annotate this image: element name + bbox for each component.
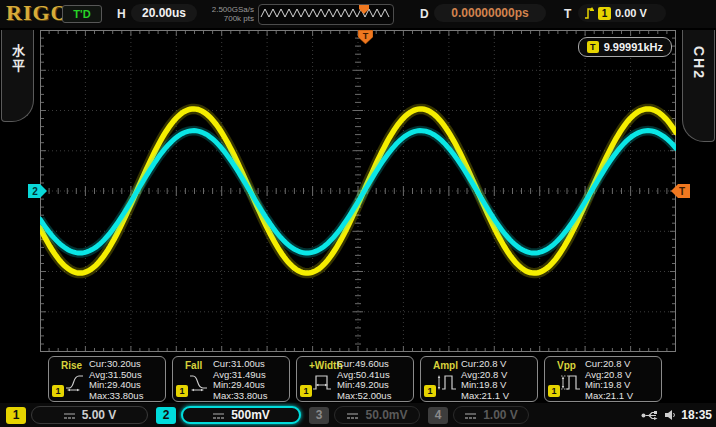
clock: 18:35	[681, 408, 712, 422]
oscilloscope-screen: RIGOL T'D H 20.00us 2.500GSa/s 700k pts …	[0, 0, 716, 427]
measurement-channel-badge: 1	[548, 385, 560, 397]
channel-groups: 1 5.00 V 2 500mV 3 50.0mV 4 1.00 V	[6, 406, 537, 424]
measurement-box-rise[interactable]: Rise 1 Cur:30.20us Avg:31.50us Min:29.40…	[48, 356, 166, 402]
measurement-values: Cur:20.8 V Avg:20.8 V Min:19.8 V Max:21.…	[585, 359, 657, 401]
waveform-traces	[40, 30, 676, 352]
channel-3-group[interactable]: 3 50.0mV	[309, 406, 420, 424]
measurement-row: Rise 1 Cur:30.20us Avg:31.50us Min:29.40…	[48, 356, 662, 402]
channel-4-scale: 1.00 V	[483, 408, 518, 422]
measurement-label: Vpp	[557, 360, 576, 371]
amplitude-icon	[436, 372, 457, 392]
right-sidebar: CH2	[676, 28, 716, 403]
measurement-label: Fall	[185, 360, 202, 371]
measurement-min: Min:19.8 V	[585, 380, 657, 391]
measurement-label: Rise	[61, 360, 82, 371]
measurement-max: Max:52.00us	[337, 391, 409, 402]
measurement-cur: Cur:30.20us	[89, 359, 161, 370]
measurement-max: Max:33.80us	[213, 391, 285, 402]
memory-depth: 700k pts	[197, 14, 254, 23]
top-status-bar: RIGOL T'D H 20.00us 2.500GSa/s 700k pts …	[0, 0, 716, 28]
channel-1-badge[interactable]: 1	[6, 407, 26, 424]
measurement-box-fall[interactable]: Fall 1 Cur:31.00us Avg:31.49us Min:29.40…	[172, 356, 290, 402]
bottom-channel-bar: 1 5.00 V 2 500mV 3 50.0mV 4 1.00 V 18:35	[0, 403, 716, 427]
memory-waveform-preview	[259, 5, 391, 22]
channel-2-group[interactable]: 2 500mV	[156, 406, 301, 424]
measurement-cur: Cur:20.8 V	[585, 359, 657, 370]
svg-text:2: 2	[32, 186, 38, 197]
trigger-settings-readout[interactable]: 1 0.00 V	[578, 4, 666, 22]
trigger-position-mini-flag[interactable]	[359, 5, 369, 14]
measurement-min: Min:29.40us	[213, 380, 285, 391]
delay-readout[interactable]: 0.00000000ps	[434, 4, 546, 22]
frequency-counter-value: 9.99991kHz	[604, 41, 663, 53]
measurement-values: Cur:20.8 V Avg:20.8 V Min:19.8 V Max:21.…	[461, 359, 533, 401]
measurement-min: Min:29.40us	[89, 380, 161, 391]
rise-time-icon	[64, 372, 85, 392]
channel-menu-tab[interactable]: CH2	[682, 30, 715, 142]
trigger-label: T	[564, 7, 571, 21]
channel-2-scale-box[interactable]: 500mV	[181, 406, 301, 424]
channel-4-badge[interactable]: 4	[428, 407, 448, 424]
trigger-status-badge: T'D	[62, 5, 102, 23]
left-sidebar: 水平	[0, 28, 40, 403]
measurement-box-pwidth[interactable]: +Width 1 Cur:49.60us Avg:50.41us Min:49.…	[296, 356, 414, 402]
sample-rate: 2.500GSa/s	[197, 5, 254, 14]
measurement-cur: Cur:20.8 V	[461, 359, 533, 370]
trigger-source-badge: 1	[598, 7, 611, 20]
horizontal-menu-tab-label: 水平	[8, 44, 27, 121]
svg-text:T: T	[679, 186, 685, 197]
measurement-channel-badge: 1	[424, 385, 436, 397]
counter-trigger-icon: T	[587, 41, 599, 53]
channel-3-badge[interactable]: 3	[309, 407, 329, 424]
usb-icon	[641, 410, 659, 421]
channel-3-scale: 50.0mV	[365, 408, 407, 422]
measurement-channel-badge: 1	[52, 385, 64, 397]
trigger-position-flag-icon[interactable]: T	[358, 30, 373, 44]
measurement-max: Max:21.1 V	[585, 391, 657, 402]
channel-1-group[interactable]: 1 5.00 V	[6, 406, 148, 424]
dc-coupling-icon	[212, 411, 225, 420]
measurement-min: Min:49.20us	[337, 380, 409, 391]
rising-edge-slope-icon	[584, 6, 594, 20]
delay-label: D	[420, 7, 429, 21]
measurement-box-vpp[interactable]: Vpp 1 Cur:20.8 V Avg:20.8 V Min:19.8 V M…	[544, 356, 662, 402]
dc-coupling-icon	[63, 411, 76, 420]
measurement-min: Min:19.8 V	[461, 380, 533, 391]
frequency-counter-badge: T 9.99991kHz	[578, 37, 672, 57]
acquisition-info: 2.500GSa/s 700k pts	[197, 5, 254, 23]
trigger-level-readout: 0.00 V	[615, 7, 647, 19]
channel-4-group[interactable]: 4 1.00 V	[428, 406, 529, 424]
measurement-label: Ampl	[433, 360, 458, 371]
waveform-display-area: T 2 T T 9.99991kHz	[40, 30, 676, 352]
horizontal-label: H	[117, 7, 126, 21]
measurement-max: Max:21.1 V	[461, 391, 533, 402]
fall-time-icon	[188, 372, 209, 392]
horizontal-menu-tab[interactable]: 水平	[1, 30, 34, 122]
ch2-ground-marker-icon[interactable]: 2	[27, 183, 48, 199]
channel-2-scale: 500mV	[231, 408, 270, 422]
svg-text:T: T	[363, 31, 369, 41]
channel-1-scale-box[interactable]: 5.00 V	[31, 406, 148, 424]
channel-2-badge[interactable]: 2	[156, 407, 176, 424]
trigger-level-marker-icon[interactable]: T	[671, 183, 691, 199]
measurement-cur: Cur:31.00us	[213, 359, 285, 370]
measurement-box-ampl[interactable]: Ampl 1 Cur:20.8 V Avg:20.8 V Min:19.8 V …	[420, 356, 538, 402]
measurement-values: Cur:49.60us Avg:50.41us Min:49.20us Max:…	[337, 359, 409, 401]
channel-3-scale-box[interactable]: 50.0mV	[334, 406, 420, 424]
dc-coupling-icon	[346, 411, 359, 420]
channel-1-scale: 5.00 V	[82, 408, 117, 422]
measurement-values: Cur:31.00us Avg:31.49us Min:29.40us Max:…	[213, 359, 285, 401]
timebase-readout[interactable]: 20.00us	[131, 4, 197, 22]
vpp-icon	[560, 372, 581, 392]
status-area: 18:35	[641, 408, 716, 422]
channel-4-scale-box[interactable]: 1.00 V	[453, 406, 529, 424]
plus-width-icon	[312, 372, 333, 392]
channel-menu-tab-label: CH2	[691, 46, 707, 141]
measurement-channel-badge: 1	[176, 385, 188, 397]
measurement-max: Max:33.80us	[89, 391, 161, 402]
measurement-cur: Cur:49.60us	[337, 359, 409, 370]
waveform-position-strip[interactable]	[258, 4, 394, 25]
measurement-channel-badge: 1	[300, 385, 312, 397]
dc-coupling-icon	[464, 411, 477, 420]
measurement-values: Cur:30.20us Avg:31.50us Min:29.40us Max:…	[89, 359, 161, 401]
